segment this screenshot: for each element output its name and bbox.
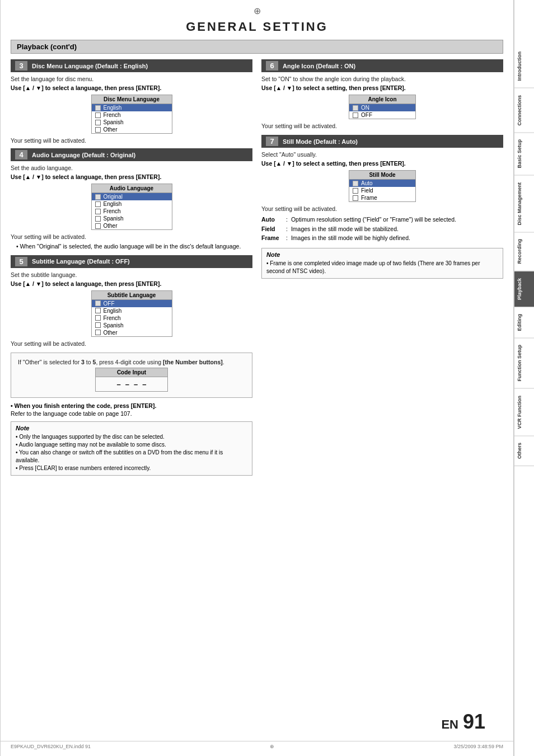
step3-title: Disc Menu Language (Default : English) xyxy=(32,63,148,69)
step3-num: 3 xyxy=(15,61,27,71)
step4-instr2: Use [▲ / ▼] to select a language, then p… xyxy=(11,173,252,180)
step6-title: Angle Icon (Default : ON) xyxy=(283,63,355,69)
step4-num: 4 xyxy=(15,150,27,159)
step6-header: 6 Angle Icon (Default : ON) xyxy=(261,59,503,72)
sidebar-item-connections[interactable]: Connections xyxy=(514,88,535,133)
desc-auto-label: Auto xyxy=(261,215,283,224)
step6-instr1: Set to "ON" to show the angle icon durin… xyxy=(261,76,503,82)
desc-row-field: Field : Images in the still mode will be… xyxy=(261,225,503,233)
code-input-header: Code Input xyxy=(96,368,167,377)
disc-menu-checkbox-english xyxy=(95,105,101,111)
right-note-text: • Frame is one completed video image mad… xyxy=(266,260,498,275)
step5-instr2: Use [▲ / ▼] to select a language, then p… xyxy=(11,280,252,287)
step4-instr1: Set the audio language. xyxy=(11,165,252,171)
step4-title: Audio Language (Default : Original) xyxy=(32,152,135,158)
step6-activated: Your setting will be activated. xyxy=(261,123,503,129)
sidebar-item-introduction[interactable]: Introduction xyxy=(514,45,535,88)
step7-instr2: Use [▲ / ▼] to select a setting, then pr… xyxy=(261,160,503,167)
page-title: GENERAL SETTING xyxy=(11,20,503,34)
disc-menu-language-box: Disc Menu Language English French Spanis… xyxy=(91,95,172,134)
step4-header: 4 Audio Language (Default : Original) xyxy=(11,148,252,161)
sidebar: Introduction Connections Basic Setup Dis… xyxy=(514,0,534,756)
disc-menu-language-header: Disc Menu Language xyxy=(92,95,172,104)
step6-num: 6 xyxy=(266,61,278,71)
step7-activated: Your setting will be activated. xyxy=(261,205,503,212)
left-note-bullet1: • Only the languages supported by the di… xyxy=(16,433,247,441)
still-option-field[interactable]: Field xyxy=(349,187,415,194)
subtitle-option-off[interactable]: OFF xyxy=(92,300,172,307)
audio-checkbox-french xyxy=(95,209,101,214)
disc-menu-checkbox-spanish xyxy=(95,120,101,125)
angle-option-on[interactable]: ON xyxy=(349,104,415,111)
disc-menu-checkbox-french xyxy=(95,112,101,118)
audio-option-spanish[interactable]: Spanish xyxy=(92,215,172,222)
still-checkbox-frame xyxy=(353,195,358,201)
subtitle-checkbox-spanish xyxy=(95,322,101,328)
disc-menu-option-french[interactable]: French xyxy=(92,111,172,119)
sidebar-item-function-setup[interactable]: Function Setup xyxy=(514,338,535,389)
still-option-auto[interactable]: Auto xyxy=(349,180,415,187)
disc-menu-option-english[interactable]: English xyxy=(92,104,172,111)
step3-instr2: Use [▲ / ▼] to select a language, then p… xyxy=(11,84,252,91)
step5-title: Subtitle Language (Default : OFF) xyxy=(32,258,130,265)
audio-option-english[interactable]: English xyxy=(92,200,172,208)
still-option-frame[interactable]: Frame xyxy=(349,194,415,201)
bottom-left: E9PKAUD_DVR620KU_EN.indd 91 xyxy=(11,744,91,749)
step5-num: 5 xyxy=(15,257,27,266)
subtitle-checkbox-off xyxy=(95,300,101,306)
desc-field-text: Images in the still mode will be stabili… xyxy=(291,225,399,233)
still-checkbox-auto xyxy=(353,181,358,186)
audio-option-french[interactable]: French xyxy=(92,208,172,215)
top-crosshair: ⊕ xyxy=(11,6,503,16)
left-note-bullet2: • Audio language setting may not be avai… xyxy=(16,441,247,449)
code-input-instruction: If "Other" is selected for 3 to 5, press… xyxy=(18,359,245,365)
bottom-bar: E9PKAUD_DVR620KU_EN.indd 91 ⊕ 3/25/2009 … xyxy=(1,741,513,752)
sidebar-item-disc-management[interactable]: Disc Management xyxy=(514,176,535,233)
desc-row-frame: Frame : Images in the still mode will be… xyxy=(261,234,503,242)
right-note-box: Note • Frame is one completed video imag… xyxy=(261,248,503,279)
step5-header: 5 Subtitle Language (Default : OFF) xyxy=(11,255,252,268)
sidebar-item-basic-setup[interactable]: Basic Setup xyxy=(514,133,535,176)
angle-checkbox-on xyxy=(353,105,358,111)
disc-menu-checkbox-other xyxy=(95,127,101,133)
subtitle-checkbox-other xyxy=(95,330,101,335)
still-mode-box: Still Mode Auto Field Frame xyxy=(349,170,416,202)
step7-instr1: Select "Auto" usually. xyxy=(261,151,503,158)
angle-icon-header: Angle Icon xyxy=(349,95,415,104)
sidebar-item-editing[interactable]: Editing xyxy=(514,307,535,339)
bottom-right: 3/25/2009 3:48:59 PM xyxy=(453,744,503,749)
code-dashes: – – – – xyxy=(96,377,167,391)
desc-frame-label: Frame xyxy=(261,234,283,242)
step4-activated: Your setting will be activated. xyxy=(11,233,252,240)
desc-row-auto: Auto : Optimum resolution setting ("Fiel… xyxy=(261,215,503,224)
subtitle-option-spanish[interactable]: Spanish xyxy=(92,322,172,329)
step5-activated: Your setting will be activated. xyxy=(11,340,252,347)
left-note-bullet4: • Press [CLEAR] to erase numbers entered… xyxy=(16,464,247,472)
sidebar-item-playback[interactable]: Playback xyxy=(514,271,535,307)
disc-menu-option-spanish[interactable]: Spanish xyxy=(92,119,172,126)
page-number: 91 xyxy=(463,710,485,734)
audio-option-original[interactable]: Original xyxy=(92,193,172,200)
disc-menu-option-other[interactable]: Other xyxy=(92,126,172,133)
subtitle-checkbox-english xyxy=(95,308,101,313)
subtitle-option-french[interactable]: French xyxy=(92,314,172,322)
still-checkbox-field xyxy=(353,188,358,194)
subtitle-checkbox-french xyxy=(95,315,101,321)
step5-instr1: Set the subtitle language. xyxy=(11,271,252,278)
angle-option-off[interactable]: OFF xyxy=(349,111,415,119)
audio-checkbox-english xyxy=(95,201,101,207)
audio-option-other[interactable]: Other xyxy=(92,222,172,229)
audio-checkbox-spanish xyxy=(95,216,101,222)
sidebar-item-recording[interactable]: Recording xyxy=(514,232,535,271)
left-note-title: Note xyxy=(16,425,247,431)
right-column: 6 Angle Icon (Default : ON) Set to "ON" … xyxy=(261,59,503,480)
step4-note: • When "Original" is selected, the audio… xyxy=(16,242,252,251)
desc-frame-text: Images in the still mode will be highly … xyxy=(291,234,410,242)
left-note-bullet3: • You can also change or switch off the … xyxy=(16,449,247,464)
sidebar-item-others[interactable]: Others xyxy=(514,436,535,466)
still-mode-header: Still Mode xyxy=(349,171,415,180)
subtitle-option-other[interactable]: Other xyxy=(92,329,172,336)
sidebar-item-vcr-function[interactable]: VCR Function xyxy=(514,389,535,436)
step3-instr1: Set the language for disc menu. xyxy=(11,76,252,82)
subtitle-option-english[interactable]: English xyxy=(92,307,172,314)
